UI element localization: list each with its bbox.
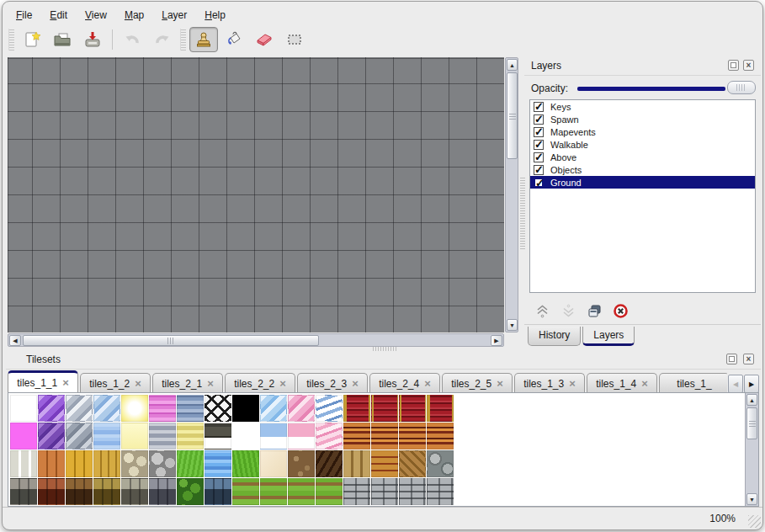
- close-tab-icon[interactable]: ×: [62, 379, 69, 387]
- canvas-vscroll-thumb[interactable]: [507, 72, 518, 159]
- resize-grip-icon[interactable]: [748, 515, 761, 528]
- scroll-right-icon[interactable]: ▶: [491, 335, 502, 346]
- tile[interactable]: [371, 450, 398, 477]
- tileset-tab[interactable]: tiles_1_: [659, 373, 727, 393]
- tile[interactable]: [149, 395, 176, 422]
- tile[interactable]: [427, 478, 454, 505]
- tile[interactable]: [427, 450, 454, 477]
- tile[interactable]: [38, 450, 65, 477]
- close-tab-icon[interactable]: ×: [497, 380, 503, 388]
- toolbar-drag-handle[interactable]: [8, 29, 14, 51]
- close-tab-icon[interactable]: ×: [424, 380, 431, 388]
- opacity-slider-track[interactable]: [577, 87, 725, 91]
- tile[interactable]: [399, 395, 426, 422]
- close-tab-icon[interactable]: ×: [279, 380, 286, 388]
- tile[interactable]: [177, 450, 204, 477]
- layer-row-walkable[interactable]: Walkable: [530, 138, 755, 151]
- tile[interactable]: [121, 450, 148, 477]
- redo-button[interactable]: [148, 27, 177, 52]
- tile[interactable]: [260, 478, 287, 505]
- tileset-tab[interactable]: tiles_1_3 ×: [514, 373, 585, 393]
- layer-visibility-checkbox[interactable]: [534, 178, 544, 188]
- tile[interactable]: [371, 478, 398, 505]
- tile[interactable]: [93, 478, 120, 505]
- tile[interactable]: [10, 423, 37, 450]
- scroll-down-icon[interactable]: ▼: [507, 319, 518, 331]
- layer-visibility-checkbox[interactable]: [534, 114, 544, 125]
- scroll-up-icon[interactable]: ▲: [746, 394, 757, 406]
- menu-layer[interactable]: Layer: [153, 8, 196, 23]
- layer-visibility-checkbox[interactable]: [534, 165, 544, 175]
- tile[interactable]: [260, 450, 287, 477]
- tile[interactable]: [316, 395, 343, 422]
- tile[interactable]: [427, 423, 454, 450]
- new-map-button[interactable]: [18, 27, 46, 52]
- tile[interactable]: [121, 395, 148, 422]
- tile[interactable]: [260, 423, 287, 450]
- tab-scroll-right-icon[interactable]: ▶: [744, 375, 759, 393]
- close-tab-icon[interactable]: ×: [207, 380, 214, 388]
- close-tab-icon[interactable]: ×: [641, 380, 648, 388]
- canvas-hscroll-thumb[interactable]: [23, 335, 319, 346]
- tile[interactable]: [288, 478, 315, 505]
- tile[interactable]: [399, 423, 426, 450]
- tile[interactable]: [149, 450, 176, 477]
- tile[interactable]: [232, 395, 259, 422]
- tileset-tab[interactable]: tiles_2_3 ×: [297, 373, 368, 393]
- layer-visibility-checkbox[interactable]: [534, 102, 544, 112]
- layer-row-ground[interactable]: Ground: [530, 176, 755, 189]
- tileset-tab[interactable]: tiles_1_1 ×: [8, 370, 78, 393]
- fill-tool-button[interactable]: [220, 27, 248, 52]
- tile[interactable]: [93, 395, 120, 422]
- tile[interactable]: [232, 478, 259, 505]
- open-button[interactable]: [48, 27, 77, 52]
- close-tab-icon[interactable]: ×: [352, 380, 359, 388]
- tile[interactable]: [93, 423, 120, 450]
- layer-row-objects[interactable]: Objects: [530, 163, 755, 176]
- tile[interactable]: [93, 450, 120, 477]
- map-canvas[interactable]: [8, 57, 504, 332]
- tile[interactable]: [371, 423, 398, 450]
- close-tab-icon[interactable]: ×: [569, 380, 576, 388]
- undo-button[interactable]: [118, 27, 146, 52]
- tile[interactable]: [205, 478, 231, 505]
- layer-row-keys[interactable]: Keys: [530, 100, 755, 113]
- tile[interactable]: [288, 423, 315, 450]
- float-panel-icon[interactable]: [728, 60, 739, 71]
- tile[interactable]: [66, 423, 93, 450]
- toolbar-drag-handle[interactable]: [180, 29, 186, 51]
- layer-row-spawn[interactable]: Spawn: [530, 113, 755, 125]
- tileset-vscroll-thumb[interactable]: [746, 407, 757, 439]
- scroll-up-icon[interactable]: ▲: [507, 59, 518, 71]
- tile[interactable]: [177, 395, 204, 422]
- tile[interactable]: [260, 395, 287, 422]
- tile[interactable]: [66, 450, 93, 477]
- tile[interactable]: [38, 395, 65, 422]
- tileset-tab[interactable]: tiles_1_4 ×: [587, 373, 657, 393]
- tileset-tab[interactable]: tiles_2_1 ×: [152, 373, 223, 393]
- close-panel-icon[interactable]: ×: [743, 354, 754, 364]
- rect-select-tool-button[interactable]: [280, 27, 309, 52]
- duplicate-layer-button[interactable]: [583, 301, 605, 322]
- tile[interactable]: [10, 478, 37, 505]
- float-panel-icon[interactable]: [726, 354, 737, 364]
- menu-map[interactable]: Map: [116, 8, 153, 23]
- tile[interactable]: [371, 395, 398, 422]
- menu-help[interactable]: Help: [196, 8, 235, 23]
- tile[interactable]: [316, 423, 343, 450]
- tile[interactable]: [149, 478, 176, 505]
- tab-history[interactable]: History: [528, 327, 581, 346]
- save-button[interactable]: [78, 27, 107, 52]
- tile[interactable]: [10, 450, 37, 477]
- tile[interactable]: [427, 395, 454, 422]
- tileset-vertical-scrollbar[interactable]: ▲ ▼: [745, 393, 758, 506]
- tile[interactable]: [121, 423, 148, 450]
- layer-row-mapevents[interactable]: Mapevents: [530, 125, 755, 138]
- layer-visibility-checkbox[interactable]: [534, 140, 544, 150]
- tile[interactable]: [343, 423, 370, 450]
- tile[interactable]: [66, 478, 93, 505]
- canvas-horizontal-scrollbar[interactable]: ◀ ▶: [8, 333, 504, 347]
- tile[interactable]: [10, 395, 37, 422]
- tileset-tab[interactable]: tiles_2_5 ×: [442, 373, 513, 393]
- tile[interactable]: [399, 450, 426, 477]
